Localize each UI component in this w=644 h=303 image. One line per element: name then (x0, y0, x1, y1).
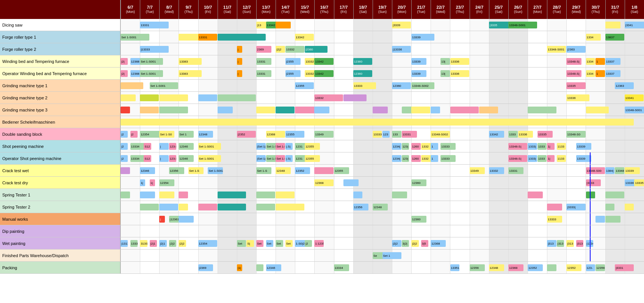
date-header-15: 21/7(Tue) (411, 0, 431, 19)
table-row: Finished Parts Warehouse/DispatchSeSet 1 (0, 250, 644, 262)
row-cells-9: |2|212354Set 1-S0Set 112348|235212368123… (121, 128, 644, 140)
row-cells-3: |2|12368Set 1-S00113383|13331|2355133321… (121, 55, 644, 67)
date-header-25: 31/7(Fri) (605, 0, 625, 19)
row-cells-20: |2369|1|12346133341335112356123481236812… (121, 262, 644, 273)
row-label-11: Operator Shot peening machine (0, 152, 121, 164)
table-row: Packing|2369|1|1234613334133511235612348… (0, 262, 644, 274)
table-row: Spring Tester 21235612348|3333| (0, 201, 644, 213)
row-label-20: Packing (0, 262, 121, 273)
table-row: Forge roller type 1Set 1-S00113331133421… (0, 31, 644, 43)
date-header-12: 18/7(Sat) (353, 0, 373, 19)
date-header-21: 27/7(Mon) (528, 0, 547, 19)
row-cells-19: SeSet 1 (121, 250, 644, 261)
table-row: Wet painting|13131333313S|2|1|2|1|2|2|2|… (0, 237, 644, 250)
table-row: Operator Shot peening machine|213334S12|… (0, 152, 644, 165)
row-label-2: Forge roller type 2 (0, 43, 121, 55)
date-header-13: 19/7(Sun) (373, 0, 392, 19)
date-headers: 6/7(Mon)7/7(Tue)8/7(Wed)9/7(Thu)10/7(Fri… (121, 0, 644, 19)
date-header-18: 24/7(Fri) (470, 0, 489, 19)
row-label-4: Operator Winding bed and Tempering furna… (0, 68, 121, 79)
year-label (0, 0, 121, 19)
row-cells-0: 13331|1313342|3339|333513348-S001|3341 (121, 19, 644, 31)
date-header-5: 11/7(Sat) (218, 0, 237, 19)
row-label-7: Grinding machine type 3 (0, 104, 121, 116)
date-header-6: 12/7(Sun) (237, 0, 256, 19)
date-header-3: 9/7(Thu) (179, 0, 198, 19)
gantt-container: 6/7(Mon)7/7(Tue)8/7(Wed)9/7(Thu)10/7(Fri… (0, 0, 644, 274)
date-header-4: 10/7(Fri) (198, 0, 218, 19)
row-cells-4: |2|12368Set 1-S00113383|13331|2355133321… (121, 68, 644, 79)
date-header-9: 15/7(Wed) (295, 0, 314, 19)
row-label-18: Wet painting (0, 237, 121, 249)
row-label-6: Grinding machine type 2 (0, 92, 121, 104)
date-header-0: 6/7(Mon) (121, 0, 140, 19)
row-cells-8 (121, 116, 644, 128)
row-cells-2: |13333|2369|2|213332|2360|1333613348-S00… (121, 43, 644, 55)
row-cells-6: 133321333613341 (121, 92, 644, 104)
row-label-1: Forge roller type 1 (0, 31, 121, 43)
table-row: Crack test wet1234612356Set 1-SSet 1-S00… (0, 165, 644, 177)
gantt-body: Dicing saw13331|1313342|3339|333513348-S… (0, 19, 644, 274)
date-header-7: 13/7(Mon) (256, 0, 276, 19)
row-cells-7: 13348-S001 (121, 104, 644, 116)
row-label-3: Winding bed and Tempering furnace (0, 55, 121, 67)
row-cells-18: |13131333313S|2|1|2|1|2|2|2|212354SetS|S… (121, 237, 644, 249)
date-header-16: 22/7(Wed) (431, 0, 450, 19)
row-label-19: Finished Parts Warehouse/Dispatch (0, 250, 121, 261)
row-label-5: Grinding machine type 1 (0, 80, 121, 91)
date-header-1: 7/7(Tue) (140, 0, 159, 19)
row-cells-5: Set 1-S00112355133331236013348-S00213335… (121, 80, 644, 91)
row-cells-13: 1|1|123541236812360|33331333613335 (121, 177, 644, 188)
table-row: Grinding machine type 1Set 1-S0011235513… (0, 80, 644, 92)
date-header-17: 23/7(Thu) (450, 0, 469, 19)
date-header-22: 28/7(Tue) (547, 0, 566, 19)
table-row: Shot peening machine|213334S12|123-S1234… (0, 140, 644, 152)
date-header-8: 14/7(Tue) (276, 0, 295, 19)
table-row: Grinding machine type 2133321333613341 (0, 92, 644, 104)
date-header-10: 16/7(Thu) (314, 0, 334, 19)
date-header-24: 30/7(Thu) (586, 0, 605, 19)
row-label-14: Spring Tester 1 (0, 189, 121, 201)
date-header-23: 29/7(Wed) (566, 0, 586, 19)
date-header-26: 1/8(Sat) (625, 0, 644, 19)
row-cells-11: |213334S12|123-S12346Set 1-S001|Set 1|Se… (121, 152, 644, 164)
table-row: Manual works||123611236013333 (0, 213, 644, 225)
row-cells-15: 1235612348|3333| (121, 201, 644, 213)
row-label-16: Manual works (0, 213, 121, 225)
row-cells-1: Set 1-S001133311334213339133413837 (121, 31, 644, 43)
table-row: Dip painting (0, 225, 644, 237)
date-header-2: 8/7(Wed) (159, 0, 179, 19)
table-row: Forge roller type 2|13333|2369|2|213332|… (0, 43, 644, 55)
row-label-17: Dip painting (0, 225, 121, 237)
row-label-8: Bediener Scheleifmaschinen (0, 116, 121, 128)
gantt-header: 6/7(Mon)7/7(Tue)8/7(Wed)9/7(Thu)10/7(Fri… (0, 0, 644, 19)
table-row: Operator Winding bed and Tempering furna… (0, 68, 644, 80)
table-row: Grinding machine type 313348-S001 (0, 104, 644, 116)
row-label-15: Spring Tester 2 (0, 201, 121, 213)
table-row: Double sanding block|2|212354Set 1-S0Set… (0, 128, 644, 140)
row-cells-12: 1234612356Set 1-SSet 1-S002Set 1-S123481… (121, 165, 644, 176)
date-header-11: 17/7(Fri) (334, 0, 353, 19)
row-cells-16: ||123611236013333 (121, 213, 644, 225)
table-row: Bediener Scheleifmaschinen (0, 116, 644, 128)
table-row: Winding bed and Tempering furnace|2|1236… (0, 55, 644, 68)
row-label-0: Dicing saw (0, 19, 121, 31)
row-label-9: Double sanding block (0, 128, 121, 140)
row-label-10: Shot peening machine (0, 140, 121, 152)
row-cells-17 (121, 225, 644, 237)
row-cells-10: |213334S12|123-S12346Set 1-S001|Set 1|Se… (121, 140, 644, 152)
row-cells-14 (121, 189, 644, 201)
row-label-12: Crack test wet (0, 165, 121, 176)
date-header-20: 26/7(Sun) (508, 0, 528, 19)
table-row: Crack test dry1|1|123541236812360|333313… (0, 177, 644, 189)
date-header-19: 25/7(Sat) (489, 0, 508, 19)
date-header-14: 20/7(Mon) (392, 0, 411, 19)
table-row: Spring Tester 1 (0, 189, 644, 201)
table-row: Dicing saw13331|1313342|3339|333513348-S… (0, 19, 644, 31)
row-label-13: Crack test dry (0, 177, 121, 188)
